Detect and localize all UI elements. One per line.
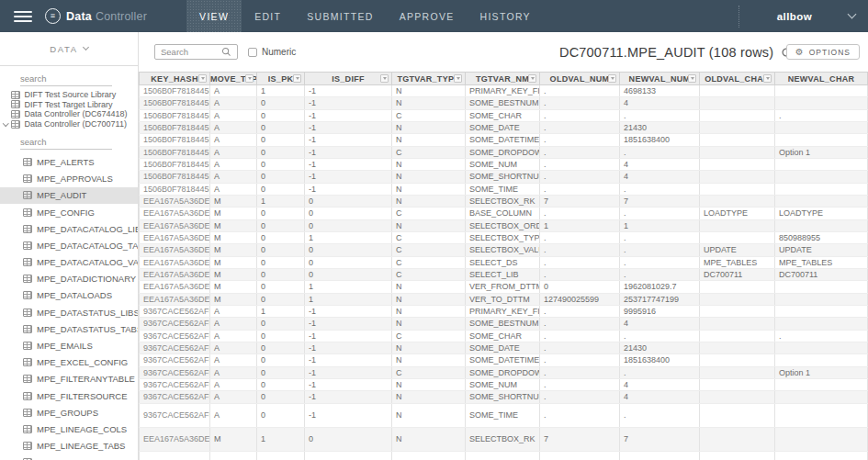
sidebar-table-item[interactable]: MPE_DATASTATUS_LIBS: [0, 304, 138, 320]
options-button[interactable]: ⚙ OPTIONS: [786, 44, 860, 60]
table-row[interactable]: EEA167A5A36DEDD4BEA2543 M 1 0 N SELECTBO…: [140, 195, 868, 207]
sidebar-table-item[interactable]: MPE_LINEAGE_TABS: [0, 438, 138, 454]
table-label: MPE_APPROVALS: [37, 174, 113, 184]
sidebar-table-item[interactable]: MPE_DATACATALOG_LIBS: [0, 220, 138, 237]
table-row[interactable]: 9367CACE562AF5C522BA3EE A 0 -1 N SOME_NU…: [140, 378, 868, 390]
column-header[interactable]: TGTVAR_TYPE: [392, 73, 466, 85]
column-header[interactable]: OLDVAL_NUM: [540, 73, 620, 85]
filter-icon[interactable]: [763, 74, 772, 83]
table-cell: -1: [305, 342, 392, 353]
table-row[interactable]: 1506B0F7818445F41591672 A 0 -1 N SOME_SH…: [140, 171, 868, 183]
sidebar-table-item[interactable]: MPE_AUDIT: [0, 187, 138, 204]
column-header[interactable]: KEY_HASH: [140, 73, 210, 85]
nav-tab[interactable]: APPROVE: [387, 0, 468, 32]
filter-icon[interactable]: [608, 74, 616, 83]
table-row[interactable]: EEA167A5A36DEDD4BEA2543 M 0 1 C SELECTBO…: [140, 231, 868, 243]
nav-tab[interactable]: HISTORY: [468, 0, 544, 32]
table-row[interactable]: 9367CACE562AF5C522BA3EE A 0 -1 C SOME_DR…: [140, 366, 868, 378]
filter-icon[interactable]: [454, 74, 462, 83]
table-row[interactable]: 9367CACE562AF5C522BA3EE A 1 -1 N PRIMARY…: [140, 305, 868, 317]
table-row[interactable]: EEA167A5A36DEDD4BEA2543 M 0 0 N SELECTBO…: [140, 219, 868, 231]
sidebar-table-item[interactable]: MPE_EXCEL_CONFIG: [0, 354, 138, 371]
table-cell: N: [392, 134, 466, 146]
table-row[interactable]: 9367CACE562AF5C522BA3EE A 0 -1 N SOME_SH…: [140, 391, 868, 403]
user-menu[interactable]: allbow: [777, 11, 812, 22]
library-search-input[interactable]: [20, 73, 112, 86]
nav-tab[interactable]: SUBMITTED: [294, 0, 386, 32]
filter-icon[interactable]: [198, 74, 207, 83]
table-row[interactable]: EEA167A5A36DEDD4BEA2543 M 0 0 C SELECT_D…: [140, 256, 868, 268]
table-row[interactable]: EEA167A5A36DEDD4BEA2543 M 0 0 C BASE_COL…: [140, 208, 868, 219]
table-cell: EEA167A5A36DEDD4BEA2543: [140, 293, 210, 305]
sidebar-table-item[interactable]: MPE_DATACATALOG_TABS: [0, 237, 138, 253]
filter-icon[interactable]: [528, 74, 536, 83]
table-row[interactable]: EEA167A5A36DEDD4BEA2543 M 1 0 N SELECTBO…: [140, 427, 868, 451]
sidebar-table-item[interactable]: MPE_DATACATALOG_VARS: [0, 254, 138, 271]
table-cell: -1: [305, 354, 392, 366]
sidebar-table-item[interactable]: MPE_APPROVALS: [0, 171, 138, 187]
table-row[interactable]: 1506B0F7818445F41591672 A 0 -1 N SOME_TI…: [140, 183, 868, 195]
table-row[interactable]: 9367CACE562AF5C522BA3EE A 0 -1 N SOME_DA…: [140, 342, 868, 353]
column-header[interactable]: MOVE_TYPE: [210, 73, 257, 85]
filter-icon[interactable]: [380, 74, 389, 83]
table-row[interactable]: 9367CACE562AF5C522BA3EE A 0 -1 N SOME_DA…: [140, 354, 868, 366]
column-header[interactable]: OLDVAL_CHAR: [700, 73, 775, 85]
table-cell: 1506B0F7818445F41591672: [140, 109, 210, 121]
filter-icon[interactable]: [293, 74, 301, 83]
table-row[interactable]: EEA167A5A36DEDD4BEA2543 M 0 0 C SELECT_L…: [140, 268, 868, 280]
table-cell: A: [210, 403, 257, 427]
table-row[interactable]: 1506B0F7818445F41591672 A 0 -1 N SOME_NU…: [140, 158, 868, 170]
column-header[interactable]: TGTVAR_NM: [466, 73, 540, 85]
table-row[interactable]: EEA167A5A36DEDD4BEA2543 M 0 0 C SELECTBO…: [140, 244, 868, 256]
menu-icon[interactable]: [14, 0, 32, 32]
column-header[interactable]: IS_PK: [257, 73, 305, 85]
table-row[interactable]: 1506B0F7818445F41591672 A 0 -1 N SOME_BE…: [140, 97, 868, 109]
data-section-dropdown[interactable]: DATA: [0, 32, 138, 66]
table-row[interactable]: 9367CACE562AF5C522BA3EE A 0 -1 N SOME_BE…: [140, 318, 868, 330]
filter-icon[interactable]: [245, 74, 254, 83]
table-row[interactable]: 1506B0F7818445F41591672 A 0 -1 C SOME_CH…: [140, 109, 868, 121]
table-cell: SOME_CHAR: [466, 330, 540, 342]
column-header[interactable]: NEWVAL_NUM: [620, 73, 700, 85]
sidebar-table-item[interactable]: MPE_EMAILS: [0, 337, 138, 353]
sidebar-table-item[interactable]: MPE_DATALOADS: [0, 287, 138, 304]
sidebar-table-item[interactable]: MPE_DATASTATUS_TABS: [0, 320, 138, 337]
table-row[interactable]: 9367CACE562AF5C522BA3EE A 0 -1 N SOME_TI…: [140, 403, 868, 427]
column-header[interactable]: IS_DIFF: [305, 73, 392, 85]
table-label: MPE_DATACATALOG_TABS: [37, 241, 139, 251]
sidebar-table-item[interactable]: MPE_DATADICTIONARY: [0, 271, 138, 287]
nav-tab[interactable]: VIEW: [186, 0, 242, 32]
library-item[interactable]: Data Controller (DC674418): [0, 109, 138, 119]
library-item[interactable]: Data Controller (DC700711): [0, 119, 138, 129]
table-search-input[interactable]: [20, 136, 112, 150]
filter-icon[interactable]: [688, 74, 696, 83]
sidebar-table-item[interactable]: MPE_LOADS: [0, 454, 138, 460]
table-cell: 21430: [620, 121, 700, 133]
nav-tab[interactable]: EDIT: [242, 0, 294, 32]
table-cell: -1: [305, 391, 392, 403]
table-filter-search-input[interactable]: [155, 47, 221, 57]
table-cell: 0: [257, 281, 305, 293]
sidebar-table-item[interactable]: MPE_FILTERANYTABLE: [0, 371, 138, 387]
table-row[interactable]: EEA167A5A36DEDD4BEA2543 M 0 0 C BASE_COL…: [140, 451, 868, 460]
numeric-checkbox[interactable]: [248, 48, 257, 57]
table-cell: M: [210, 293, 257, 305]
table-row[interactable]: 1506B0F7818445F41591672 A 0 -1 N SOME_DA…: [140, 134, 868, 146]
sidebar-table-item[interactable]: MPE_CONFIG: [0, 204, 138, 220]
library-item[interactable]: DIFT Test Source Library: [0, 90, 138, 100]
table-row[interactable]: 1506B0F7818445F41591672 A 0 -1 N SOME_DA…: [140, 121, 868, 133]
library-item[interactable]: DIFT Test Target Library: [0, 100, 138, 110]
table-row[interactable]: EEA167A5A36DEDD4BEA2543 M 0 1 N VER_TO_D…: [140, 293, 868, 305]
sidebar-table-item[interactable]: MPE_GROUPS: [0, 404, 138, 421]
table-row[interactable]: 1506B0F7818445F41591672 A 0 -1 C SOME_DR…: [140, 146, 868, 158]
table-row[interactable]: EEA167A5A36DEDD4BEA2543 M 0 1 N VER_FROM…: [140, 281, 868, 293]
sidebar-table-item[interactable]: MPE_FILTERSOURCE: [0, 387, 138, 404]
table-cell: 4: [620, 158, 700, 170]
chevron-down-icon[interactable]: [848, 10, 857, 19]
column-header[interactable]: NEWVAL_CHAR: [775, 73, 868, 85]
sidebar-table-item[interactable]: MPE_ALERTS: [0, 153, 138, 170]
table-row[interactable]: 1506B0F7818445F41591672 A 1 -1 N PRIMARY…: [140, 85, 868, 97]
sidebar-table-item[interactable]: MPE_LINEAGE_COLS: [0, 421, 138, 437]
table-cell: N: [392, 171, 466, 183]
table-row[interactable]: 9367CACE562AF5C522BA3EE A 0 -1 C SOME_CH…: [140, 330, 868, 342]
